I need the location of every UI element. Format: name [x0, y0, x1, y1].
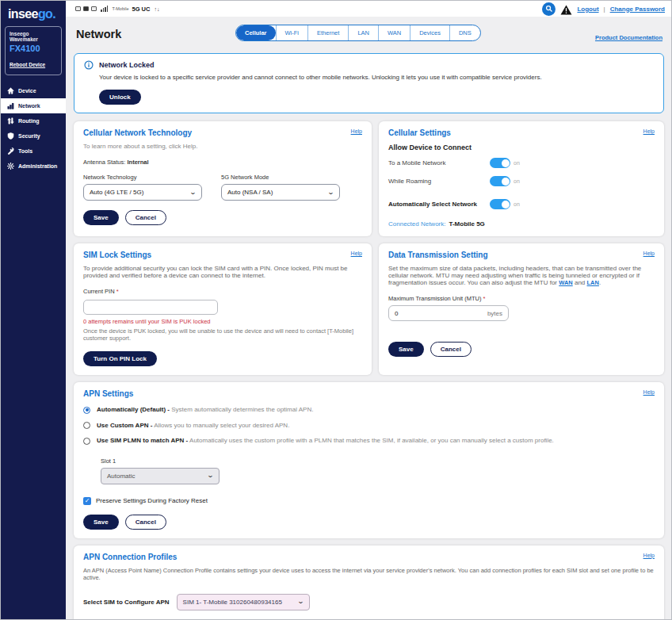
- sidebar-item-label: Routing: [18, 118, 39, 124]
- save-button[interactable]: Save: [388, 342, 424, 357]
- unlock-button[interactable]: Unlock: [99, 90, 141, 105]
- updown-arrows-icon: ↑↓: [154, 6, 159, 12]
- help-link[interactable]: Help: [351, 251, 362, 256]
- topbar-actions: Logout | Change Password: [542, 2, 665, 16]
- sidebar-item-device[interactable]: Device: [1, 83, 66, 98]
- sidebar-item-label: Network: [18, 103, 40, 109]
- sidebar-item-tools[interactable]: Tools: [1, 144, 66, 159]
- status-indicators: T-Mobile 5G UC ↑↓: [75, 6, 159, 13]
- sidebar-item-routing[interactable]: Routing: [1, 113, 66, 128]
- wrench-icon: [7, 147, 14, 155]
- preserve-settings-checkbox[interactable]: ✓: [83, 497, 91, 505]
- home-icon: [7, 87, 14, 94]
- current-pin-input[interactable]: [83, 300, 218, 315]
- slot-select[interactable]: Automatic ⌄: [101, 468, 220, 484]
- radio-option-text: Use SIM PLMN to match APN - Automaticall…: [97, 437, 554, 444]
- lan-link[interactable]: LAN: [587, 279, 599, 286]
- sidebar-item-label: Device: [18, 88, 36, 94]
- product-documentation-link[interactable]: Product Documentation: [595, 34, 662, 41]
- current-pin-label: Current PIN *: [83, 288, 362, 295]
- connected-network: Connected Network:T-Mobile 5G: [388, 220, 655, 228]
- logout-link[interactable]: Logout: [577, 6, 598, 13]
- card-title: Cellular Network Technology: [83, 128, 192, 137]
- shield-icon: [7, 132, 14, 140]
- banner-header: Network Locked: [84, 60, 654, 70]
- help-link[interactable]: Help: [643, 128, 655, 134]
- tab-devices[interactable]: Devices: [410, 25, 449, 40]
- connected-network-value: T-Mobile 5G: [449, 220, 484, 228]
- card-hint: To learn more about a setting, click Hel…: [83, 143, 362, 150]
- tab-cellular[interactable]: Cellular: [236, 25, 276, 40]
- wan-link[interactable]: WAN: [559, 279, 573, 286]
- data-transmission-setting-card: Data Transmission Setting Help Set the m…: [379, 243, 664, 375]
- alert-button[interactable]: [560, 4, 572, 14]
- tab-ethernet[interactable]: Ethernet: [307, 25, 348, 40]
- selected-value: Auto (NSA / SA): [227, 189, 273, 196]
- change-password-link[interactable]: Change Password: [610, 6, 665, 13]
- sidebar-item-administration[interactable]: Administration: [1, 159, 66, 174]
- tab-wi-fi[interactable]: Wi-Fi: [276, 25, 308, 40]
- mtu-label: Maximum Transmission Unit (MTU) *: [388, 295, 655, 302]
- search-button[interactable]: [542, 2, 556, 16]
- toggle-list: To a Mobile NetworkonWhile RoamingonAuto…: [388, 158, 655, 209]
- search-icon: [545, 5, 553, 13]
- toggle-state-label: on: [514, 178, 520, 184]
- radio-button[interactable]: [83, 422, 90, 429]
- slot-label: Slot 1: [101, 457, 655, 465]
- help-link[interactable]: Help: [643, 389, 655, 395]
- toggle-switch[interactable]: [490, 176, 510, 186]
- save-button[interactable]: Save: [83, 515, 119, 530]
- reboot-device-link[interactable]: Reboot Device: [10, 62, 45, 67]
- selected-value: SIM 1- T-Mobile 310260480934165: [183, 599, 282, 606]
- sidebar-item-network[interactable]: Network: [1, 98, 66, 113]
- 5g-network-mode-field: 5G Network Mode Auto (NSA / SA) ⌄: [221, 174, 340, 201]
- chevron-down-icon: ⌄: [207, 473, 214, 479]
- card-description: An APN (Access Point Name) Connection Pr…: [83, 567, 655, 581]
- mtu-input[interactable]: [395, 310, 487, 317]
- network-technology-select[interactable]: Auto (4G LTE / 5G) ⌄: [83, 184, 202, 201]
- turn-on-pin-lock-button[interactable]: Turn On PIN Lock: [83, 351, 157, 366]
- tab-dns[interactable]: DNS: [449, 25, 480, 40]
- apn-settings-card: APN Settings Help Automatically (Default…: [74, 382, 664, 538]
- tab-wan[interactable]: WAN: [378, 25, 410, 40]
- toggle-label: Automatically Select Network: [388, 201, 490, 208]
- topbar-separator: |: [604, 6, 605, 13]
- banner-description: Your device is locked to a specific serv…: [99, 74, 654, 81]
- 5g-network-mode-select[interactable]: Auto (NSA / SA) ⌄: [221, 184, 340, 201]
- help-link[interactable]: Help: [351, 128, 362, 134]
- radio-button[interactable]: [83, 438, 90, 445]
- toggle-switch[interactable]: [490, 158, 510, 168]
- gear-icon: [7, 163, 14, 170]
- toggle-state-label: on: [514, 201, 520, 207]
- cancel-button[interactable]: Cancel: [125, 210, 166, 225]
- network-tabs: CellularWi-FiEthernetLANWANDevicesDNS: [235, 25, 481, 41]
- lan-status-icon: [75, 6, 81, 11]
- network-technology-label: Network Technology: [83, 174, 202, 181]
- mtu-unit-label: bytes: [487, 310, 502, 317]
- card-description: To provide additional security you can l…: [83, 265, 362, 279]
- sidebar-item-label: Tools: [18, 148, 32, 154]
- logo-dot: .: [52, 7, 55, 21]
- cellular-network-technology-card: Cellular Network Technology Help To lear…: [74, 121, 372, 236]
- inseego-logo: inseego.: [1, 1, 66, 25]
- apn-radio-group: Automatically (Default) - System automat…: [83, 406, 655, 445]
- sim-select[interactable]: SIM 1- T-Mobile 310260480934165 ⌄: [177, 594, 310, 610]
- mtu-field: bytes: [388, 305, 509, 321]
- network-type-badge: 5G UC: [132, 6, 150, 13]
- 5g-network-mode-label: 5G Network Mode: [221, 174, 340, 181]
- toggle-state-label: on: [514, 160, 520, 166]
- cellular-settings-card: Cellular Settings Help Allow Device to C…: [379, 121, 664, 236]
- tab-lan[interactable]: LAN: [348, 25, 378, 40]
- toggle-switch[interactable]: [490, 199, 510, 209]
- banner-title: Network Locked: [99, 61, 155, 69]
- antenna-status-value: Internal: [127, 159, 148, 166]
- radio-button[interactable]: [83, 407, 90, 414]
- cancel-button[interactable]: Cancel: [125, 515, 166, 530]
- sidebar-item-security[interactable]: Security: [1, 128, 66, 144]
- help-link[interactable]: Help: [643, 553, 655, 558]
- network-bars-icon: [7, 102, 14, 109]
- cancel-button[interactable]: Cancel: [430, 342, 472, 357]
- card-title: APN Connection Profiles: [83, 553, 177, 561]
- save-button[interactable]: Save: [83, 210, 119, 225]
- help-link[interactable]: Help: [643, 251, 655, 256]
